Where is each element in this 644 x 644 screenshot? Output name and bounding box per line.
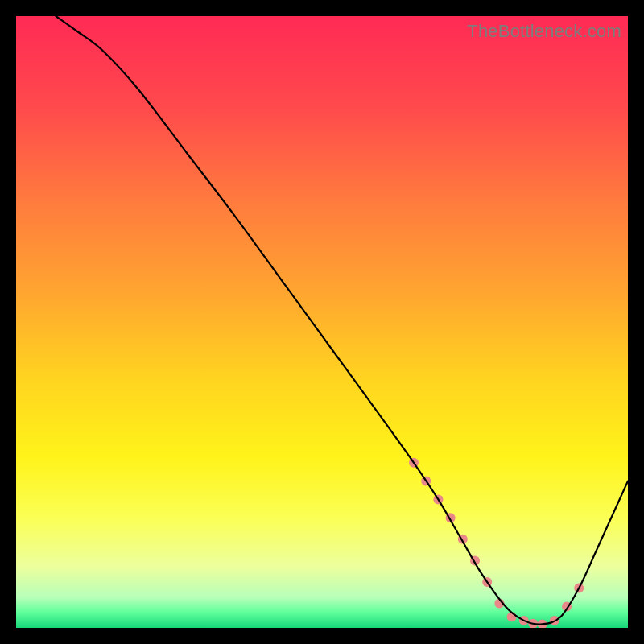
chart-frame: TheBottleneck.com [16, 16, 628, 628]
gradient-backdrop [16, 16, 628, 628]
bottleneck-chart [16, 16, 628, 628]
attribution-label: TheBottleneck.com [467, 21, 621, 42]
